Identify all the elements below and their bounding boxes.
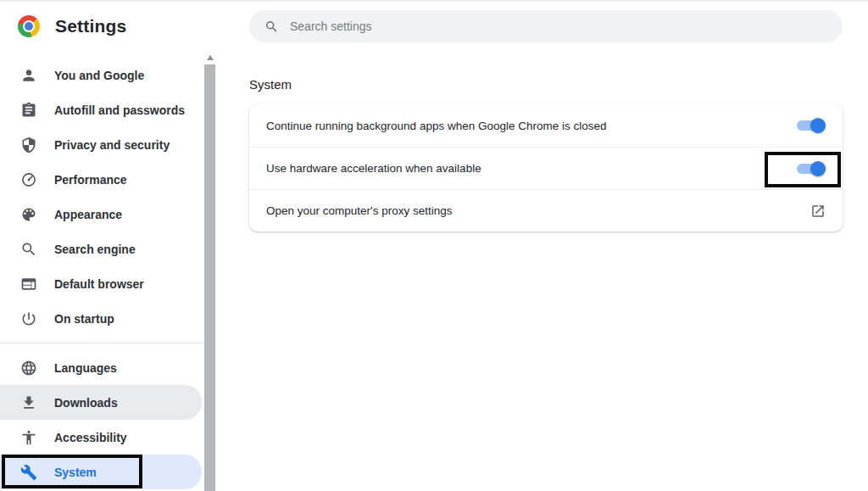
sidebar-divider [0, 343, 203, 343]
setting-row-proxy[interactable]: Open your computer's proxy settings [249, 189, 843, 232]
speedometer-icon [20, 171, 37, 188]
sidebar-item-accessibility[interactable]: Accessibility [0, 420, 202, 455]
sidebar-header: Settings [0, 0, 217, 53]
toggle-thumb [810, 161, 826, 176]
setting-label: Continue running background apps when Go… [266, 120, 607, 132]
scrollbar-thumb[interactable] [204, 64, 215, 491]
sidebar-item-label: Autofill and passwords [54, 103, 185, 117]
sidebar-item-label: Search engine [54, 243, 136, 256]
hardware-acceleration-toggle[interactable] [797, 161, 826, 176]
clipboard-icon [20, 102, 37, 119]
sidebar-item-privacy[interactable]: Privacy and security [0, 127, 202, 162]
page-title: Settings [55, 16, 126, 36]
search-row [217, 0, 868, 42]
system-settings-card: Continue running background apps when Go… [249, 104, 843, 232]
palette-icon [20, 206, 37, 223]
sidebar-item-label: Privacy and security [54, 138, 170, 152]
sidebar-item-label: You and Google [54, 69, 144, 82]
wrench-icon [20, 464, 37, 481]
globe-icon [20, 360, 37, 377]
settings-nav: You and Google Autofill and passwords Pr… [0, 58, 203, 489]
chrome-logo-icon [18, 15, 40, 37]
browser-window-icon [20, 276, 37, 293]
setting-label: Open your computer's proxy settings [266, 204, 452, 217]
power-icon [20, 310, 37, 327]
sidebar-item-on-startup[interactable]: On startup [0, 301, 202, 336]
shield-icon [20, 137, 37, 153]
setting-row-hardware-acceleration: Use hardware acceleration when available [249, 147, 843, 189]
person-icon [20, 67, 37, 84]
magnifier-icon [20, 241, 37, 258]
sidebar-item-label: Languages [54, 361, 117, 375]
sidebar-item-label: Downloads [54, 396, 118, 410]
open-in-new-icon[interactable] [810, 204, 826, 219]
search-icon [264, 20, 279, 34]
sidebar-item-label: Performance [54, 173, 127, 187]
search-input[interactable] [290, 20, 753, 33]
sidebar-item-label: System [54, 466, 97, 479]
settings-sidebar: Settings You and Google Autofill and pas… [0, 0, 217, 491]
window-top-edge [0, 0, 868, 2]
sidebar-item-performance[interactable]: Performance [0, 162, 202, 197]
search-bar[interactable] [249, 10, 843, 42]
section-title: System [249, 78, 843, 92]
sidebar-item-label: Default browser [54, 277, 144, 291]
chrome-settings-page: Settings You and Google Autofill and pas… [0, 0, 868, 491]
download-icon [20, 394, 37, 411]
settings-main: System Continue running background apps … [217, 0, 868, 491]
sidebar-item-label: Appearance [54, 208, 122, 221]
sidebar-item-downloads[interactable]: Downloads [0, 385, 202, 420]
sidebar-item-you-and-google[interactable]: You and Google [0, 58, 202, 92]
background-apps-toggle[interactable] [797, 118, 826, 133]
sidebar-item-label: On startup [54, 312, 114, 326]
sidebar-item-search-engine[interactable]: Search engine [0, 232, 202, 266]
system-section: System Continue running background apps … [217, 78, 868, 232]
sidebar-item-label: Accessibility [54, 431, 127, 444]
sidebar-item-system[interactable]: System [0, 455, 202, 489]
sidebar-item-appearance[interactable]: Appearance [0, 197, 202, 232]
toggle-thumb [810, 118, 826, 133]
setting-label: Use hardware acceleration when available [266, 162, 481, 175]
sidebar-item-default-browser[interactable]: Default browser [0, 266, 202, 301]
sidebar-item-languages[interactable]: Languages [0, 350, 202, 385]
accessibility-icon [20, 429, 37, 446]
sidebar-scrollbar[interactable] [203, 51, 216, 491]
sidebar-item-autofill[interactable]: Autofill and passwords [0, 92, 202, 127]
setting-row-background-apps: Continue running background apps when Go… [249, 104, 843, 147]
scrollbar-up-arrow-icon[interactable] [203, 51, 216, 64]
